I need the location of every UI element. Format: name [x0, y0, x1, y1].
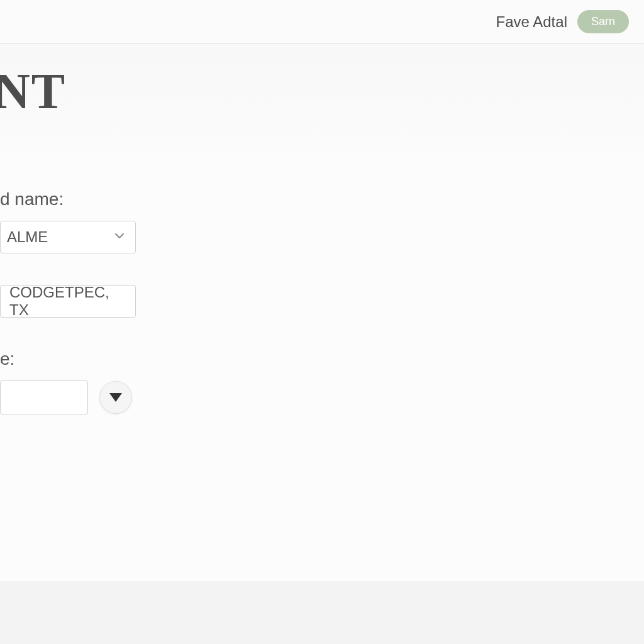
- field-third-label: e:: [0, 349, 644, 369]
- title-area: NT: [0, 44, 644, 152]
- user-name: Fave Adtal: [496, 13, 567, 31]
- location-input-value: CODGETPEC, TX: [9, 284, 126, 319]
- field-location-group: CODGETPEC, TX: [0, 285, 644, 318]
- third-input[interactable]: [0, 380, 88, 414]
- name-select[interactable]: ALME: [0, 221, 136, 253]
- field-name-group: d name: ALME: [0, 189, 644, 253]
- triangle-down-icon: [109, 393, 122, 402]
- field-name-label: d name:: [0, 189, 644, 209]
- location-input[interactable]: CODGETPEC, TX: [0, 285, 136, 318]
- page-title: NT: [0, 63, 644, 120]
- field-third-group: e:: [0, 349, 644, 414]
- status-badge[interactable]: Sarn: [577, 10, 629, 33]
- top-header: Fave Adtal Sarn: [0, 0, 644, 44]
- footer-band: [0, 581, 644, 644]
- dropdown-button[interactable]: [99, 381, 132, 414]
- form-area: d name: ALME CODGETPEC, TX e:: [0, 152, 644, 414]
- name-select-value: ALME: [7, 228, 48, 246]
